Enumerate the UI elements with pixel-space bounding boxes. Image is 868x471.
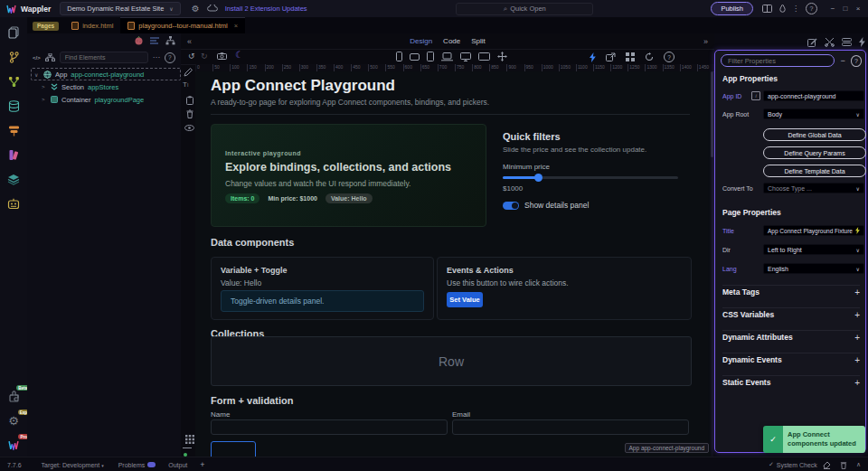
convert-to-select[interactable]: Choose Type ...∨ [763,183,864,193]
undo-icon[interactable]: ↺ [188,52,195,61]
css-variables-section[interactable]: CSS Variables+ [722,307,860,321]
desktop-icon[interactable] [460,52,471,61]
more-options-icon[interactable]: ⋯ [153,53,160,61]
experimental-gear-icon[interactable]: ⚙ Exp [5,412,22,429]
project-selector[interactable]: Demo Dynamic Real Estate Site ∨ [60,2,181,15]
help-icon[interactable]: ? [851,55,862,67]
extensions-cloud-icon[interactable] [207,5,218,13]
code-view-icon[interactable]: </> [33,55,41,61]
tree-view-icon[interactable] [45,53,55,61]
redo-icon[interactable]: ↻ [201,52,208,61]
slider-thumb[interactable] [534,174,542,182]
chevron-up-icon[interactable]: ∧ [856,461,861,468]
kebab-menu-icon[interactable]: ⋮ [789,5,802,13]
pages-badge[interactable]: Pages [33,22,59,31]
define-global-data-button[interactable]: Define Global Data [763,128,866,141]
tab-index-html[interactable]: index.html [64,18,120,33]
phone-portrait-icon[interactable] [396,52,402,61]
screenshot-camera-icon[interactable] [217,52,227,60]
dynamic-events-section[interactable]: Dynamic Events+ [722,353,860,366]
app-connect-bolt-icon[interactable] [590,52,596,62]
wappler-pro-icon[interactable]: Pro [5,437,22,453]
expand-chevron-icon[interactable]: > [42,97,47,102]
components-grid-icon[interactable] [626,52,635,61]
layers-icon[interactable] [5,171,22,187]
element-breadcrumb[interactable]: App app-connect-playground [625,443,709,453]
app-root-select[interactable]: Body∨ [763,108,864,119]
publish-button[interactable]: Publish [711,2,753,15]
collapse-right-icon[interactable]: » [703,37,708,46]
dir-select[interactable]: Left to Right∨ [763,244,864,255]
target-selector[interactable]: Target: Development ▾ [42,462,104,468]
tree-item-app[interactable]: ∨ App app-connect-playground [31,68,181,80]
theme-droplet-icon[interactable] [779,5,786,13]
info-icon[interactable]: i [751,91,760,100]
open-in-browser-icon[interactable] [606,52,616,61]
cleanup-icon[interactable] [823,461,831,469]
divider-tool-icon[interactable] [183,447,192,448]
git-icon[interactable] [5,49,22,65]
eye-icon[interactable] [182,121,196,134]
quick-open-search[interactable]: ⌕ Quick Open [456,3,593,15]
scrollbar-thumb[interactable] [711,71,713,157]
email-input[interactable] [452,419,689,435]
problems-button[interactable]: Problems [118,462,156,468]
submit-button-clipped[interactable] [211,441,256,457]
tab-close-icon[interactable]: × [234,22,238,30]
pages-panel-icon[interactable] [5,24,22,41]
collapse-left-icon[interactable]: « [187,37,192,46]
help-icon[interactable]: ? [806,3,817,14]
node-connections-icon[interactable] [5,73,22,89]
monitor-wide-icon[interactable] [478,52,490,61]
text-tool-icon[interactable]: TI [183,80,188,89]
add-icon[interactable]: + [200,460,204,469]
install-updates-link[interactable]: Install 2 Extension Updates [225,5,307,13]
help-icon[interactable]: ? [165,52,175,63]
title-field[interactable]: App Connect Playground Fixture [763,225,864,236]
dark-mode-moon-icon[interactable]: ☾ [235,50,243,60]
canvas-scrollbar[interactable] [711,71,713,457]
collapse-panel-icon[interactable]: − [840,56,844,65]
price-slider[interactable] [503,176,678,179]
preview-icon[interactable] [134,36,144,45]
filter-properties-input[interactable] [721,54,835,67]
name-input[interactable] [211,419,448,435]
close-icon[interactable]: × [852,5,864,13]
design-palette-icon[interactable] [5,146,22,163]
extensions-puzzle-icon[interactable]: Beta [5,388,22,404]
refresh-icon[interactable] [645,52,654,61]
view-tab-code[interactable]: Code [443,37,460,45]
tablet-portrait-icon[interactable] [427,52,434,61]
collapse-chevron-icon[interactable]: ∨ [34,71,40,78]
tree-item-section[interactable]: > Section appStores [42,81,118,92]
dynamic-bolt-icon[interactable] [855,227,860,234]
dynamic-attributes-section[interactable]: Dynamic Attributes+ [722,330,860,344]
lang-select[interactable]: English∨ [763,263,864,274]
help-icon[interactable]: ? [664,52,675,62]
tab-playground-html[interactable]: playground--tour-manual.html × [120,17,245,33]
split-panel-icon[interactable] [762,5,772,13]
edit-pencil-icon[interactable] [181,66,195,79]
database-icon[interactable] [5,98,22,114]
edit-properties-icon[interactable] [807,37,817,47]
phone-landscape-icon[interactable] [410,53,420,61]
set-value-button[interactable]: Set Value [447,292,483,307]
lightning-icon[interactable] [859,37,865,47]
laptop-icon[interactable] [441,52,453,61]
layers-stack-icon[interactable] [842,37,852,47]
settings-gear-icon[interactable]: ⚙ [192,4,200,14]
meta-tags-section[interactable]: Meta Tags+ [722,285,860,298]
expand-chevron-icon[interactable]: > [42,84,47,89]
find-elements-input[interactable] [60,52,148,63]
static-events-section[interactable]: Static Events+ [722,375,860,389]
details-toggle[interactable] [503,202,519,210]
list-view-icon[interactable] [150,37,159,45]
define-query-params-button[interactable]: Define Query Params [763,146,866,159]
ai-robot-icon[interactable] [5,195,22,212]
define-template-data-button[interactable]: Define Template Data [763,165,866,177]
system-check[interactable]: ✓ System Check [769,461,817,468]
tree-item-container[interactable]: > Container playgroundPage [42,94,144,105]
view-tab-split[interactable]: Split [471,37,486,45]
app-id-field[interactable]: app-connect-playground [763,90,864,101]
scissors-icon[interactable] [825,37,835,47]
